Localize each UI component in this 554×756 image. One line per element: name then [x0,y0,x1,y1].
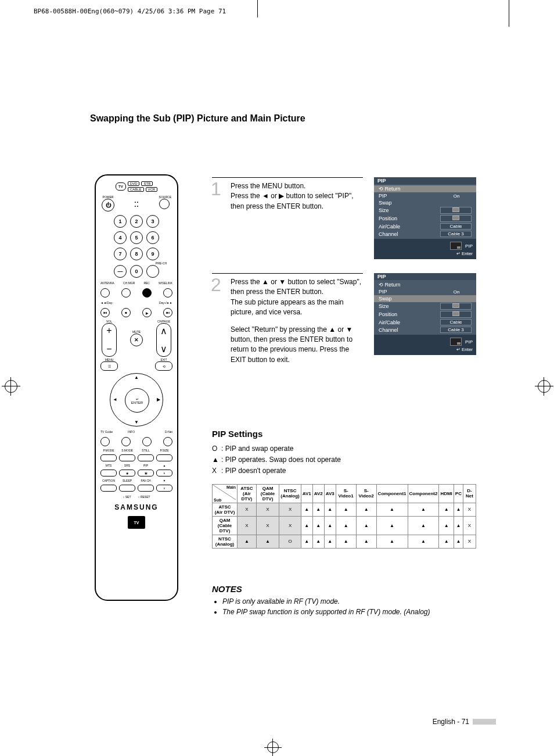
osd2-return: ⟲ Return [374,281,476,288]
table-col-header: D-Net [463,484,476,503]
table-cell: X [463,535,476,548]
osd-screenshot-2: PIP ⟲ Return PIPOn Swap Size Position Ai… [374,273,476,355]
dnet-label: D-Net [165,430,172,433]
brand-logo: SAMSUNG [96,503,177,511]
pip-label: PIP [138,464,154,467]
num-5: 5 [130,231,143,244]
play-btn: ▶ [142,308,152,317]
remote-vcr: VCR [146,187,158,192]
num-3: 3 [146,215,159,228]
rewind-btn: ⏮ [100,308,110,317]
table-col-header: S-Video1 [336,484,356,503]
table-col-header: NTSC(Analog) [279,484,301,503]
table-cell: ▲ [454,503,463,516]
pip-settings-title: PIP Settings [212,429,476,439]
table-col-header: Component1 [376,484,408,503]
table-cell: O [279,535,301,548]
mts-label: MTS [100,464,117,467]
table-cell: ▲ [439,503,454,516]
osd2-row-aircable: Air/CableCable [374,318,476,326]
dnet-btn [163,437,172,446]
table-cell: ▲ [454,516,463,535]
wiselink-label: WISELINK [159,281,172,285]
table-cell: X [256,503,279,516]
crop-mark-top [257,0,258,17]
table-cell: ▲ [312,516,324,535]
notes-list: PIP is only available in RF (TV) mode. T… [212,596,476,617]
osd1-row-size: Size [374,206,476,214]
down-btn: ∨ [156,485,172,492]
still-label: STILL [138,449,154,452]
pip-icon [450,338,462,346]
sleep-btn [119,485,135,492]
step-1-number: 1 [211,178,221,200]
still-btn [138,454,154,461]
table-row-header: ATSC(Air DTV) [213,503,238,516]
table-cell: ▲ [376,503,408,516]
mute-button: ✕ [130,334,143,346]
osd1-row-position: Position [374,214,476,223]
step-1: 1 Press the MENU button. Press the ◄ or … [212,177,363,212]
table-cell: ▲ [356,516,376,535]
table-cell: ▲ [301,503,312,516]
set-label: ○ SET [123,495,131,499]
step-1-text: Press the MENU button. Press the ◄ or ▶ … [231,181,363,212]
table-cell: X [463,503,476,516]
table-cell: ▲ [408,516,439,535]
table-cell: ▲ [324,535,336,548]
tvguide-label: TV Guide [100,430,113,433]
caption-btn [100,485,117,492]
num-1: 1 [114,215,127,228]
table-cell: ▲ [376,535,408,548]
tvguide-btn [100,437,110,446]
rewind-label: ◄◄/Day- [100,301,113,304]
osd2-row-swap: Swap [374,295,476,302]
num-dash: — [114,265,127,278]
up-label: ▲ [156,464,172,467]
forward-btn: ⏭ [163,308,172,317]
ch-rocker: ∧∨ [156,323,171,357]
vol-rocker: +− [102,323,117,357]
sleep-label: SLEEP [119,479,135,482]
table-row-header: NTSC(Analog) [213,535,238,548]
table-col-header: S-Video2 [356,484,376,503]
info-label: INFO [128,430,135,433]
osd1-row-pip: PIPOn [374,192,476,199]
osd2-row-position: Position [374,310,476,318]
osd2-row-pip: PIPOn [374,288,476,295]
table-cell: ▲ [356,503,376,516]
table-col-header: Component2 [408,484,439,503]
wiselink-btn [163,288,172,298]
crop-mark-bottom-circle [267,741,279,753]
step-2-number: 2 [211,274,221,296]
pip-legend: O: PIP and swap operate ▲: PIP operates.… [212,443,476,477]
table-col-header: PC [454,484,463,503]
reset-label: ○ RESET [138,495,150,499]
remote-stb: STB [141,181,153,186]
antenna-label: ANTENNA [100,281,114,285]
srs-btn: ◉ [119,470,135,476]
num-4: 4 [114,231,127,244]
table-cell: ▲ [256,535,279,548]
table-col-header: ATSC(Air DTV) [238,484,257,503]
osd1-row-aircable: Air/CableCable [374,223,476,230]
info-btn [121,437,131,446]
registration-mark-right [538,380,551,393]
remote-illustration: TV DVD STB CABLE VCR POWER ⏻ ∘∘∘∘ SOURCE… [95,174,178,601]
table-diag-header: Main Sub [213,484,238,503]
table-cell: X [463,516,476,535]
table-cell: ▲ [301,535,312,548]
srs-label: SRS [119,464,135,467]
table-cell: ▲ [238,535,257,548]
favch-label: FAV.CH [138,479,154,482]
table-col-header: HDMI [439,484,454,503]
menu-label: MENU [100,358,118,361]
up-btn: ∧ [156,470,172,476]
chpage-label: CH/PAGE [156,320,171,323]
osd2-title: PIP [374,273,476,280]
blank-btn [142,437,152,446]
remote-dvd: DVD [128,181,140,186]
chmgr-label: CH.MGR [123,281,135,285]
vol-label: VOL [102,320,117,323]
remote-tv: TV [116,182,126,191]
